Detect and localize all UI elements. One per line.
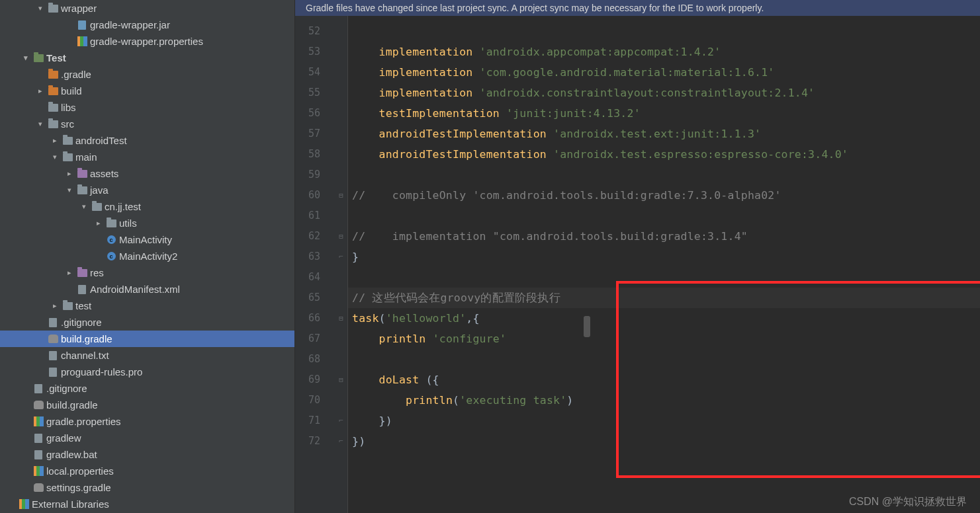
- tree-item[interactable]: ▾Test: [0, 50, 294, 66]
- tree-item[interactable]: ▾main: [0, 149, 294, 165]
- code-line[interactable]: [348, 267, 980, 288]
- tree-item[interactable]: ▸.gradle: [0, 66, 294, 83]
- fold-marker: [335, 42, 347, 62]
- folder-icon: [61, 302, 74, 310]
- code-line[interactable]: implementation 'androidx.appcompat:appco…: [348, 42, 980, 62]
- fold-marker[interactable]: ⌐: [335, 411, 347, 431]
- tree-item[interactable]: ▸gradle-wrapper.properties: [0, 33, 294, 50]
- file-icon: [32, 434, 45, 443]
- code-line[interactable]: }): [348, 411, 980, 431]
- fold-marker[interactable]: ⊟: [335, 226, 347, 247]
- caret-icon[interactable]: ▸: [93, 219, 105, 227]
- code-line[interactable]: androidTestImplementation 'androidx.test…: [348, 124, 980, 144]
- code-line[interactable]: implementation 'com.google.android.mater…: [348, 62, 980, 83]
- line-number: 57: [295, 124, 335, 144]
- tree-item[interactable]: ▸gradlew: [0, 430, 294, 446]
- code-area[interactable]: 5253545556575859606162636465666768697071…: [295, 16, 980, 513]
- caret-icon[interactable]: ▾: [49, 153, 61, 161]
- tree-item[interactable]: ▸local.properties: [0, 463, 294, 479]
- tree-item[interactable]: ▸settings.gradle: [0, 479, 294, 496]
- file-c-icon: c: [105, 235, 118, 244]
- line-number: 62: [295, 226, 335, 247]
- caret-icon[interactable]: ▸: [49, 301, 61, 310]
- tree-item[interactable]: ▸assets: [0, 165, 294, 182]
- caret-icon[interactable]: ▾: [34, 4, 46, 13]
- fold-marker: [335, 21, 347, 42]
- tree-item[interactable]: ▸androidTest: [0, 132, 294, 149]
- tree-item-label: src: [60, 118, 74, 130]
- tree-item[interactable]: ▸res: [0, 264, 294, 281]
- fold-marker: [335, 103, 347, 124]
- code-line[interactable]: [348, 349, 980, 370]
- caret-icon[interactable]: ▾: [34, 120, 46, 128]
- scrollbar-thumb[interactable]: [584, 316, 590, 337]
- caret-icon[interactable]: ▸: [34, 87, 46, 95]
- tree-item[interactable]: ▸proguard-rules.pro: [0, 364, 294, 380]
- tree-item[interactable]: ▸External Libraries: [0, 496, 294, 512]
- folder-mod-icon: [46, 71, 60, 79]
- fold-marker: [335, 165, 347, 185]
- tree-item[interactable]: ▾wrapper: [0, 0, 294, 17]
- code-line[interactable]: // compileOnly 'com.android.tools.build:…: [348, 185, 980, 206]
- caret-icon[interactable]: ▸: [64, 169, 75, 178]
- caret-icon[interactable]: ▸: [64, 268, 75, 277]
- sync-notice-bar[interactable]: Gradle files have changed since last pro…: [295, 0, 980, 16]
- tree-item[interactable]: ▸test: [0, 297, 294, 314]
- code-line[interactable]: testImplementation 'junit:junit:4.13.2': [348, 103, 980, 124]
- code-line[interactable]: doLast ({: [348, 370, 980, 390]
- fold-marker[interactable]: ⌐: [335, 431, 347, 452]
- fold-marker[interactable]: ⌐: [335, 247, 347, 267]
- tree-item[interactable]: ▸libs: [0, 99, 294, 116]
- fold-marker[interactable]: ⊟: [335, 308, 347, 329]
- caret-icon[interactable]: ▾: [64, 186, 75, 194]
- tree-item[interactable]: ▸build.gradle: [0, 331, 294, 347]
- fold-marker[interactable]: ⊟: [335, 370, 347, 390]
- folder-icon: [105, 219, 118, 227]
- folder-mod-icon: [46, 87, 60, 95]
- tree-item[interactable]: ▸.gitignore: [0, 314, 294, 331]
- caret-icon[interactable]: ▸: [49, 136, 61, 145]
- file-c-icon: c: [105, 252, 118, 260]
- tree-item-label: main: [74, 151, 97, 163]
- line-number: 67: [295, 329, 335, 349]
- code-line[interactable]: [348, 206, 980, 226]
- tree-item[interactable]: ▾java: [0, 182, 294, 198]
- fold-column[interactable]: ⊟⊟⌐⊟⊟⌐⌐: [335, 16, 348, 513]
- tree-item[interactable]: ▸.gitignore: [0, 380, 294, 397]
- tree-item[interactable]: ▸build.gradle: [0, 397, 294, 413]
- tree-item[interactable]: ▾cn.jj.test: [0, 198, 294, 215]
- code-line[interactable]: implementation 'androidx.constraintlayou…: [348, 83, 980, 103]
- tree-item[interactable]: ▸gradle-wrapper.jar: [0, 17, 294, 33]
- tree-item[interactable]: ▸gradle.properties: [0, 413, 294, 430]
- code-line[interactable]: println('executing task'): [348, 390, 980, 411]
- code-body[interactable]: implementation 'androidx.appcompat:appco…: [348, 16, 980, 513]
- project-tree[interactable]: ▾wrapper▸gradle-wrapper.jar▸gradle-wrapp…: [0, 0, 295, 513]
- tree-item-label: java: [89, 184, 109, 196]
- caret-icon[interactable]: ▾: [20, 54, 32, 62]
- code-line[interactable]: }: [348, 247, 980, 267]
- code-line[interactable]: // implementation "com.android.tools.bui…: [348, 226, 980, 247]
- line-number: 63: [295, 247, 335, 267]
- code-line[interactable]: println 'configure': [348, 329, 980, 349]
- caret-icon[interactable]: ▾: [78, 202, 90, 211]
- tree-item[interactable]: ▸channel.txt: [0, 347, 294, 364]
- tree-item[interactable]: ▸AndroidManifest.xml: [0, 281, 294, 297]
- tree-item[interactable]: ▾src: [0, 116, 294, 132]
- tree-item[interactable]: ▸cMainActivity: [0, 231, 294, 248]
- line-number: 55: [295, 83, 335, 103]
- code-line[interactable]: }): [348, 431, 980, 452]
- code-line[interactable]: androidTestImplementation 'androidx.test…: [348, 144, 980, 165]
- folder-icon: [46, 120, 60, 128]
- code-line[interactable]: // 这些代码会在groovy的配置阶段执行: [348, 288, 980, 308]
- line-number: 71: [295, 411, 335, 431]
- code-line[interactable]: [348, 165, 980, 185]
- fold-marker[interactable]: ⊟: [335, 185, 347, 206]
- folder-icon: [61, 153, 74, 161]
- code-line[interactable]: task('helloworld',{: [348, 308, 980, 329]
- tree-item[interactable]: ▸utils: [0, 215, 294, 231]
- tree-item[interactable]: ▸gradlew.bat: [0, 446, 294, 463]
- code-line[interactable]: [348, 21, 980, 42]
- tree-item-label: assets: [89, 168, 118, 179]
- tree-item[interactable]: ▸cMainActivity2: [0, 248, 294, 264]
- tree-item[interactable]: ▸build: [0, 83, 294, 99]
